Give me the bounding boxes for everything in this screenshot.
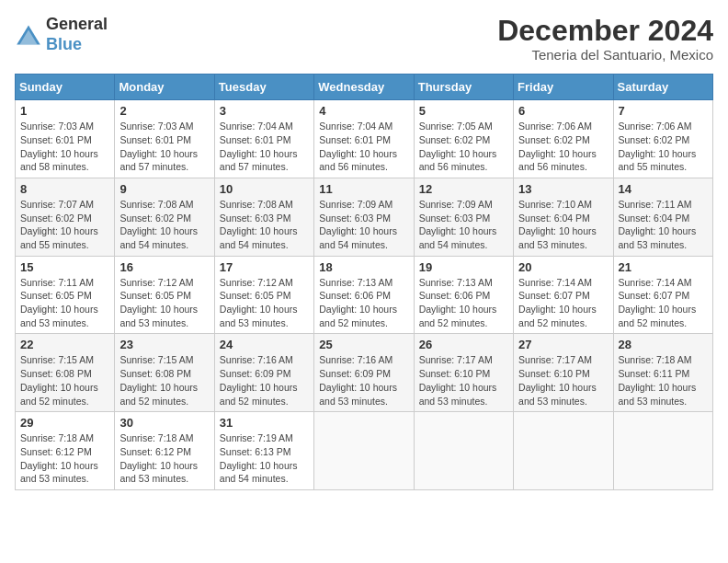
calendar-cell: 18Sunrise: 7:13 AMSunset: 6:06 PMDayligh… bbox=[314, 256, 414, 334]
day-number: 1 bbox=[20, 104, 109, 118]
day-number: 28 bbox=[619, 338, 708, 351]
calendar-cell: 12Sunrise: 7:09 AMSunset: 6:03 PMDayligh… bbox=[414, 178, 513, 256]
week-row-1: 1Sunrise: 7:03 AMSunset: 6:01 PMDaylight… bbox=[16, 100, 713, 178]
day-info: Sunrise: 7:18 AMSunset: 6:12 PMDaylight:… bbox=[20, 431, 109, 486]
day-info: Sunrise: 7:06 AMSunset: 6:02 PMDaylight:… bbox=[619, 120, 708, 174]
logo: General Blue bbox=[15, 15, 108, 54]
calendar-cell: 1Sunrise: 7:03 AMSunset: 6:01 PMDaylight… bbox=[16, 100, 115, 178]
calendar-cell: 11Sunrise: 7:09 AMSunset: 6:03 PMDayligh… bbox=[314, 178, 414, 256]
day-number: 11 bbox=[319, 182, 408, 196]
day-number: 14 bbox=[619, 182, 708, 196]
day-header-monday: Monday bbox=[115, 75, 214, 100]
day-header-friday: Friday bbox=[514, 75, 613, 100]
calendar-cell: 9Sunrise: 7:08 AMSunset: 6:02 PMDaylight… bbox=[115, 178, 214, 256]
day-info: Sunrise: 7:17 AMSunset: 6:10 PMDaylight:… bbox=[419, 353, 508, 408]
week-row-3: 15Sunrise: 7:11 AMSunset: 6:05 PMDayligh… bbox=[16, 256, 713, 334]
day-number: 6 bbox=[518, 104, 608, 118]
calendar-cell: 17Sunrise: 7:12 AMSunset: 6:05 PMDayligh… bbox=[214, 256, 313, 334]
day-info: Sunrise: 7:14 AMSunset: 6:07 PMDaylight:… bbox=[518, 276, 608, 330]
calendar-cell: 23Sunrise: 7:15 AMSunset: 6:08 PMDayligh… bbox=[115, 334, 214, 412]
day-info: Sunrise: 7:09 AMSunset: 6:03 PMDaylight:… bbox=[419, 198, 508, 252]
day-number: 5 bbox=[419, 104, 508, 118]
logo-blue-text: Blue bbox=[46, 35, 108, 55]
calendar-table: SundayMondayTuesdayWednesdayThursdayFrid… bbox=[15, 74, 713, 490]
calendar-cell: 6Sunrise: 7:06 AMSunset: 6:02 PMDaylight… bbox=[514, 100, 613, 178]
day-number: 17 bbox=[220, 260, 309, 274]
day-info: Sunrise: 7:10 AMSunset: 6:04 PMDaylight:… bbox=[518, 198, 608, 252]
day-info: Sunrise: 7:11 AMSunset: 6:05 PMDaylight:… bbox=[20, 276, 109, 330]
day-info: Sunrise: 7:08 AMSunset: 6:02 PMDaylight:… bbox=[119, 198, 209, 252]
day-number: 25 bbox=[319, 338, 408, 351]
calendar-cell: 8Sunrise: 7:07 AMSunset: 6:02 PMDaylight… bbox=[16, 178, 115, 256]
calendar-cell: 26Sunrise: 7:17 AMSunset: 6:10 PMDayligh… bbox=[414, 334, 513, 412]
day-info: Sunrise: 7:14 AMSunset: 6:07 PMDaylight:… bbox=[619, 276, 708, 330]
title-area: December 2024 Teneria del Santuario, Mex… bbox=[497, 15, 713, 63]
day-info: Sunrise: 7:12 AMSunset: 6:05 PMDaylight:… bbox=[119, 276, 209, 330]
day-number: 15 bbox=[20, 260, 109, 274]
day-number: 10 bbox=[220, 182, 309, 196]
day-number: 19 bbox=[419, 260, 508, 274]
calendar-cell: 3Sunrise: 7:04 AMSunset: 6:01 PMDaylight… bbox=[214, 100, 313, 178]
day-info: Sunrise: 7:13 AMSunset: 6:06 PMDaylight:… bbox=[419, 276, 508, 330]
day-number: 29 bbox=[20, 416, 109, 430]
day-info: Sunrise: 7:17 AMSunset: 6:10 PMDaylight:… bbox=[518, 353, 608, 408]
day-info: Sunrise: 7:12 AMSunset: 6:05 PMDaylight:… bbox=[220, 276, 309, 330]
location-subtitle: Teneria del Santuario, Mexico bbox=[497, 47, 713, 63]
calendar-cell: 14Sunrise: 7:11 AMSunset: 6:04 PMDayligh… bbox=[613, 178, 712, 256]
calendar-cell: 22Sunrise: 7:15 AMSunset: 6:08 PMDayligh… bbox=[16, 334, 115, 412]
calendar-cell: 2Sunrise: 7:03 AMSunset: 6:01 PMDaylight… bbox=[115, 100, 214, 178]
calendar-cell: 15Sunrise: 7:11 AMSunset: 6:05 PMDayligh… bbox=[16, 256, 115, 334]
calendar-cell: 13Sunrise: 7:10 AMSunset: 6:04 PMDayligh… bbox=[514, 178, 613, 256]
calendar-cell: 20Sunrise: 7:14 AMSunset: 6:07 PMDayligh… bbox=[514, 256, 613, 334]
week-row-2: 8Sunrise: 7:07 AMSunset: 6:02 PMDaylight… bbox=[16, 178, 713, 256]
day-info: Sunrise: 7:06 AMSunset: 6:02 PMDaylight:… bbox=[518, 120, 608, 174]
day-number: 27 bbox=[518, 338, 608, 351]
day-info: Sunrise: 7:03 AMSunset: 6:01 PMDaylight:… bbox=[20, 120, 109, 174]
calendar-cell: 10Sunrise: 7:08 AMSunset: 6:03 PMDayligh… bbox=[214, 178, 313, 256]
calendar-cell: 7Sunrise: 7:06 AMSunset: 6:02 PMDaylight… bbox=[613, 100, 712, 178]
day-info: Sunrise: 7:15 AMSunset: 6:08 PMDaylight:… bbox=[20, 353, 109, 408]
calendar-cell bbox=[314, 412, 414, 490]
calendar-cell: 21Sunrise: 7:14 AMSunset: 6:07 PMDayligh… bbox=[613, 256, 712, 334]
day-header-thursday: Thursday bbox=[414, 75, 513, 100]
calendar-cell: 24Sunrise: 7:16 AMSunset: 6:09 PMDayligh… bbox=[214, 334, 313, 412]
logo-general-text: General bbox=[46, 15, 108, 35]
day-info: Sunrise: 7:09 AMSunset: 6:03 PMDaylight:… bbox=[319, 198, 408, 252]
week-row-5: 29Sunrise: 7:18 AMSunset: 6:12 PMDayligh… bbox=[16, 412, 713, 490]
day-number: 20 bbox=[518, 260, 608, 274]
day-info: Sunrise: 7:07 AMSunset: 6:02 PMDaylight:… bbox=[20, 198, 109, 252]
calendar-cell bbox=[613, 412, 712, 490]
calendar-cell: 28Sunrise: 7:18 AMSunset: 6:11 PMDayligh… bbox=[613, 334, 712, 412]
day-info: Sunrise: 7:05 AMSunset: 6:02 PMDaylight:… bbox=[419, 120, 508, 174]
day-number: 16 bbox=[119, 260, 209, 274]
day-info: Sunrise: 7:13 AMSunset: 6:06 PMDaylight:… bbox=[319, 276, 408, 330]
calendar-cell: 5Sunrise: 7:05 AMSunset: 6:02 PMDaylight… bbox=[414, 100, 513, 178]
day-header-tuesday: Tuesday bbox=[214, 75, 313, 100]
day-number: 26 bbox=[419, 338, 508, 351]
day-header-row: SundayMondayTuesdayWednesdayThursdayFrid… bbox=[16, 75, 713, 100]
day-number: 9 bbox=[119, 182, 209, 196]
day-info: Sunrise: 7:11 AMSunset: 6:04 PMDaylight:… bbox=[619, 198, 708, 252]
day-number: 30 bbox=[119, 416, 209, 430]
calendar-cell: 16Sunrise: 7:12 AMSunset: 6:05 PMDayligh… bbox=[115, 256, 214, 334]
calendar-cell bbox=[414, 412, 513, 490]
calendar-cell: 25Sunrise: 7:16 AMSunset: 6:09 PMDayligh… bbox=[314, 334, 414, 412]
day-number: 31 bbox=[220, 416, 309, 430]
calendar-cell: 27Sunrise: 7:17 AMSunset: 6:10 PMDayligh… bbox=[514, 334, 613, 412]
day-header-wednesday: Wednesday bbox=[314, 75, 414, 100]
day-info: Sunrise: 7:18 AMSunset: 6:11 PMDaylight:… bbox=[619, 353, 708, 408]
day-number: 7 bbox=[619, 104, 708, 118]
day-info: Sunrise: 7:04 AMSunset: 6:01 PMDaylight:… bbox=[220, 120, 309, 174]
week-row-4: 22Sunrise: 7:15 AMSunset: 6:08 PMDayligh… bbox=[16, 334, 713, 412]
day-number: 13 bbox=[518, 182, 608, 196]
day-info: Sunrise: 7:03 AMSunset: 6:01 PMDaylight:… bbox=[119, 120, 209, 174]
day-number: 23 bbox=[119, 338, 209, 351]
logo-icon bbox=[15, 24, 42, 46]
day-info: Sunrise: 7:15 AMSunset: 6:08 PMDaylight:… bbox=[119, 353, 209, 408]
calendar-cell: 4Sunrise: 7:04 AMSunset: 6:01 PMDaylight… bbox=[314, 100, 414, 178]
day-header-saturday: Saturday bbox=[613, 75, 712, 100]
calendar-cell: 30Sunrise: 7:18 AMSunset: 6:12 PMDayligh… bbox=[115, 412, 214, 490]
day-number: 12 bbox=[419, 182, 508, 196]
day-number: 3 bbox=[220, 104, 309, 118]
day-header-sunday: Sunday bbox=[16, 75, 115, 100]
